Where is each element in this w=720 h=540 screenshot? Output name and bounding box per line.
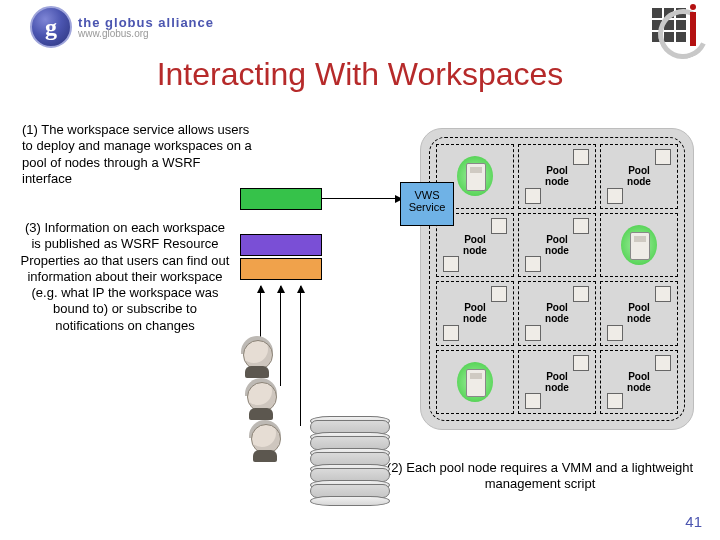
server-small-icon xyxy=(573,286,589,302)
pool-node-label: Poolnode xyxy=(545,302,569,324)
globus-g-icon: g xyxy=(30,6,72,48)
globus-title: the globus alliance xyxy=(78,16,214,29)
arrow-up-3 xyxy=(300,286,301,426)
user-icon xyxy=(244,380,278,420)
vm-icon xyxy=(460,365,490,399)
user-icon xyxy=(248,422,282,462)
server-small-icon xyxy=(607,188,623,204)
vm-icon xyxy=(460,159,490,193)
server-small-icon xyxy=(525,325,541,341)
server-small-icon xyxy=(655,149,671,165)
workspace-bar-purple xyxy=(240,234,322,256)
pool-cell: Poolnode xyxy=(518,144,596,209)
server-small-icon xyxy=(525,393,541,409)
pool-node-label: Poolnode xyxy=(545,371,569,393)
workspace-bar-green xyxy=(240,188,322,210)
pool-cell: Poolnode xyxy=(518,213,596,278)
server-small-icon xyxy=(491,218,507,234)
pool-node-label: Poolnode xyxy=(627,165,651,187)
server-small-icon xyxy=(525,188,541,204)
server-small-icon xyxy=(655,355,671,371)
arrow-up-2 xyxy=(280,286,281,386)
server-small-icon xyxy=(607,325,623,341)
server-small-icon xyxy=(573,218,589,234)
i-bar-icon xyxy=(690,12,696,46)
caption-1: (1) The workspace service allows users t… xyxy=(22,122,252,187)
server-small-icon xyxy=(607,393,623,409)
slide-title: Interacting With Workspaces xyxy=(0,56,720,93)
pool-cell: Poolnode xyxy=(600,281,678,346)
vws-label-1: VWS xyxy=(414,189,439,201)
pool-node-label: Poolnode xyxy=(627,302,651,324)
server-small-icon xyxy=(443,256,459,272)
page-number: 41 xyxy=(685,513,702,530)
server-small-icon xyxy=(573,355,589,371)
server-small-icon xyxy=(525,256,541,272)
ci-logo xyxy=(650,6,696,52)
pool-cell: Poolnode xyxy=(600,350,678,415)
vm-icon xyxy=(624,228,654,262)
pool-node-label: Poolnode xyxy=(463,234,487,256)
workspace-bar-orange xyxy=(240,258,322,280)
user-icon xyxy=(240,338,274,378)
globus-url: www.globus.org xyxy=(78,29,214,39)
pool-node-label: Poolnode xyxy=(545,165,569,187)
caption-3: (3) Information on each workspace is pub… xyxy=(20,220,230,334)
server-small-icon xyxy=(655,286,671,302)
caption-2: (2) Each pool node requires a VMM and a … xyxy=(380,460,700,493)
pool-node-label: Poolnode xyxy=(463,302,487,324)
pool-node-label: Poolnode xyxy=(627,371,651,393)
arrow-to-vws xyxy=(322,198,402,199)
server-small-icon xyxy=(573,149,589,165)
server-small-icon xyxy=(491,286,507,302)
vws-service-box: VWS Service xyxy=(400,182,454,226)
pool-cell: Poolnode xyxy=(518,350,596,415)
pool-cell xyxy=(436,350,514,415)
pool-cell: Poolnode xyxy=(600,144,678,209)
globus-logo: g the globus alliance www.globus.org xyxy=(30,6,214,48)
pool-cell: Poolnode xyxy=(436,281,514,346)
i-dot-icon xyxy=(690,4,696,10)
server-small-icon xyxy=(443,325,459,341)
vws-label-2: Service xyxy=(409,201,446,213)
pool-node-label: Poolnode xyxy=(545,234,569,256)
pool-panel: PoolnodePoolnodePoolnodePoolnodePoolnode… xyxy=(420,128,694,430)
image-stack-icon xyxy=(310,418,390,506)
pool-cell xyxy=(600,213,678,278)
pool-cell: Poolnode xyxy=(518,281,596,346)
